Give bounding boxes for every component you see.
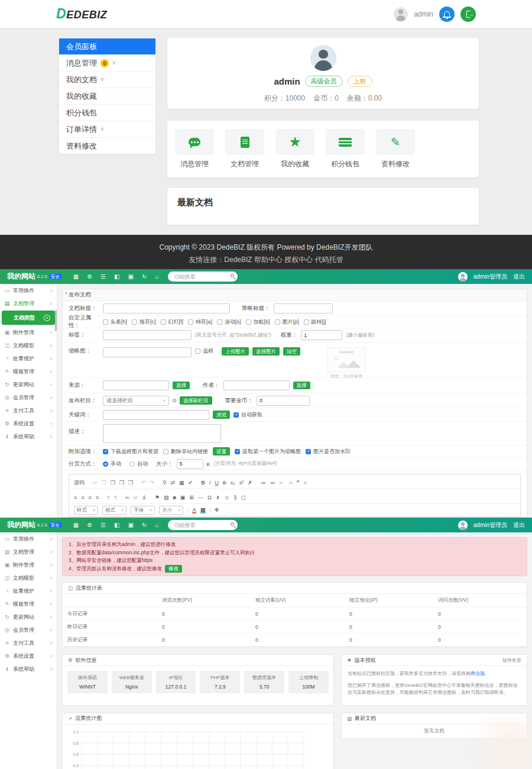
gear-icon[interactable]: ⚙ xyxy=(87,274,92,280)
sidebar-menu-item[interactable]: ◫ 文档模型 ˅ xyxy=(0,339,57,352)
toolbar-item[interactable]: ⊞ xyxy=(189,491,194,502)
function-search[interactable] xyxy=(168,520,238,530)
author-select-button[interactable]: 选择 xyxy=(293,382,310,390)
checkbox[interactable] xyxy=(246,319,251,325)
logout-link[interactable]: 退出 xyxy=(513,273,525,281)
list-icon[interactable]: ☰ xyxy=(100,522,106,528)
site-name[interactable]: 我的网站 xyxy=(7,520,35,530)
toolbar-item[interactable]: ≔ xyxy=(261,476,266,487)
sidebar-menu-item[interactable]: ▤ 文档管理 ˄ xyxy=(0,297,57,310)
security-badge[interactable]: 安全 xyxy=(49,274,61,280)
checkbox[interactable] xyxy=(304,319,309,325)
column-select[interactable]: 请选择栏目˅ xyxy=(103,396,169,406)
size-select[interactable]: 大小˅ xyxy=(159,506,183,515)
checkbox[interactable] xyxy=(306,449,311,454)
attr-checkbox[interactable]: 滚动[s] xyxy=(217,318,241,326)
column-search-icon[interactable] xyxy=(173,399,176,402)
sidebar-item[interactable]: 我的收藏 xyxy=(59,88,155,104)
toolbar-item[interactable]: ≡ xyxy=(89,491,92,502)
checkbox-checked[interactable] xyxy=(233,412,239,418)
checkbox[interactable] xyxy=(103,449,108,454)
bg-color-button[interactable]: ▦ xyxy=(200,507,206,514)
sidebar-item[interactable]: 资料修改 xyxy=(59,137,155,154)
toolbar-item[interactable]: ¶ xyxy=(114,491,117,502)
text-color-button[interactable]: A xyxy=(192,507,196,514)
toolbar-item[interactable]: Ω xyxy=(207,491,212,502)
dedebiz-logo[interactable]: DEDEBIZ xyxy=(56,6,107,22)
attr-checkbox[interactable]: 加粗[b] xyxy=(246,318,270,326)
sidebar-menu-item[interactable]: ✎ 模板管理 ˅ xyxy=(0,597,57,610)
toolbar-item[interactable]: B xyxy=(201,476,205,487)
sidebar-menu-item[interactable]: ▣ 附件管理 ˅ xyxy=(0,326,57,339)
checkbox[interactable] xyxy=(163,449,168,454)
toolbar-item[interactable]: ❒ xyxy=(111,476,115,487)
fix-button[interactable]: 修改 xyxy=(165,565,182,573)
title-input[interactable] xyxy=(103,303,230,314)
admin-user-label[interactable]: admin管理员 xyxy=(473,273,507,281)
weight-input[interactable] xyxy=(301,330,342,340)
checkbox[interactable] xyxy=(195,348,200,354)
attr-checkbox[interactable]: 头条[h] xyxy=(103,318,127,326)
maximize-button[interactable]: ✥ xyxy=(215,508,219,513)
sidebar-menu-item[interactable]: ¤ 支付工具 ˅ xyxy=(0,404,57,417)
sidebar-item[interactable]: 消息管理 0 ˅ xyxy=(59,54,155,71)
attr-checkbox[interactable]: 图片[p] xyxy=(275,318,299,326)
tags-input[interactable] xyxy=(103,330,192,340)
sidebar-item[interactable]: 订单详情 ˅ xyxy=(59,121,155,137)
toolbar-item[interactable]: ❒ xyxy=(128,476,133,487)
radio-selected[interactable] xyxy=(103,461,108,467)
sidebar-scrollbar[interactable] xyxy=(55,310,57,331)
checkbox[interactable] xyxy=(235,449,240,454)
toolbar-item[interactable]: ⚑ xyxy=(155,491,160,502)
sidebar-active-submenu[interactable]: 文档类型 + xyxy=(2,311,55,325)
site-name[interactable]: 我的网站 xyxy=(7,272,35,282)
home-icon[interactable]: ⌂ xyxy=(155,522,158,528)
sidebar-menu-item[interactable]: ↻ 更新网站 ˅ xyxy=(0,610,57,623)
sidebar-item[interactable]: 我的文档 ˅ xyxy=(59,71,155,88)
toolbar-item[interactable]: ↷ xyxy=(150,476,154,487)
sidebar-menu-item[interactable]: ▭ 常用操作 ˅ xyxy=(0,284,57,297)
choose-image-button[interactable]: 选择图片 xyxy=(252,347,280,356)
toolbar-item[interactable]: x₂ xyxy=(231,476,235,487)
checkbox[interactable] xyxy=(275,319,280,325)
shortcut-documents[interactable]: 文档管理 xyxy=(225,129,264,169)
clear-button[interactable]: 清空 xyxy=(283,347,300,356)
font-select[interactable]: 字体˅ xyxy=(131,506,155,515)
toolbar-item[interactable]: ≡ xyxy=(81,491,84,502)
toolbar-item[interactable]: ⌗ xyxy=(304,476,307,487)
checkbox[interactable] xyxy=(161,319,166,325)
toolbar-item[interactable]: ↶ xyxy=(141,476,146,487)
toolbar-item[interactable]: ◙ xyxy=(173,491,176,502)
coin-input[interactable] xyxy=(257,396,310,406)
auto-get-checkbox[interactable]: 自动获取 xyxy=(233,411,262,419)
attr-checkbox[interactable]: 跳转[j] xyxy=(304,318,326,326)
folder-icon[interactable]: ▣ xyxy=(128,274,134,280)
toolbar-item[interactable]: ✔ xyxy=(189,476,193,487)
extra-option[interactable]: 设置 xyxy=(213,447,230,455)
avatar[interactable] xyxy=(394,7,408,21)
short-title-input[interactable] xyxy=(274,303,333,314)
toolbar-item[interactable]: ⚓ xyxy=(142,491,147,502)
style-select[interactable]: 样式˅ xyxy=(74,506,98,515)
upload-image-button[interactable]: 上传图片 xyxy=(222,347,249,356)
toolbar-item[interactable]: ▢ xyxy=(241,491,246,502)
refresh-icon[interactable]: ↻ xyxy=(142,522,147,528)
paging-auto-radio[interactable]: 自动 xyxy=(129,460,148,468)
settings-button[interactable]: 设置 xyxy=(213,447,230,455)
toolbar-item[interactable]: S xyxy=(223,476,226,487)
admin-user-label[interactable]: admin管理员 xyxy=(473,521,507,529)
software-update-link[interactable]: 软件更新 xyxy=(502,657,521,664)
toolbar-item[interactable]: I xyxy=(209,476,211,487)
chart-icon[interactable]: ◧ xyxy=(114,522,119,528)
sidebar-menu-item[interactable]: ▤ 文档管理 ˅ xyxy=(0,545,57,558)
chart-icon[interactable]: ◧ xyxy=(114,274,119,280)
remote-checkbox[interactable]: 远程 xyxy=(195,347,213,355)
security-badge[interactable]: 安全 xyxy=(49,522,61,528)
radio[interactable] xyxy=(129,461,135,467)
refresh-icon[interactable]: ↻ xyxy=(142,274,147,280)
extra-option[interactable]: 删除非站内链接 xyxy=(163,448,208,455)
toolbar-item[interactable]: U xyxy=(215,476,219,487)
toolbar-item[interactable]: ⇥ xyxy=(288,476,293,487)
toolbar-item[interactable]: ▦ xyxy=(179,476,184,487)
toolbar-item[interactable]: ≡ xyxy=(96,491,99,502)
